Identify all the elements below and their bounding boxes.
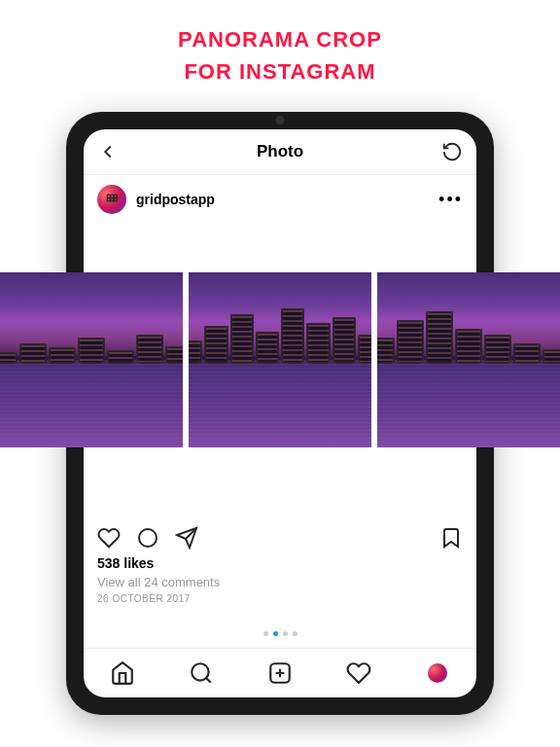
header-title: Photo xyxy=(257,142,303,161)
carousel-dot[interactable] xyxy=(283,631,288,636)
promo-line-2: FOR INSTAGRAM xyxy=(0,55,560,88)
post-actions xyxy=(84,516,476,555)
svg-line-11 xyxy=(206,678,211,683)
refresh-icon[interactable] xyxy=(441,141,463,162)
panorama-slice xyxy=(189,272,371,447)
tablet-camera xyxy=(276,116,285,124)
carousel-dot[interactable] xyxy=(293,631,298,636)
panorama-slice xyxy=(0,272,183,447)
bottom-nav xyxy=(84,648,476,697)
back-icon[interactable] xyxy=(97,141,119,162)
comment-icon[interactable] xyxy=(136,526,159,550)
promo-line-1: PANORAMA CROP xyxy=(0,23,560,55)
app-header: Photo xyxy=(84,129,476,175)
promo-title: PANORAMA CROP FOR INSTAGRAM xyxy=(0,0,560,93)
nav-search-icon[interactable] xyxy=(189,660,214,686)
panorama-slice xyxy=(377,272,560,447)
svg-rect-6 xyxy=(114,198,117,201)
username[interactable]: gridpostapp xyxy=(136,192,429,207)
nav-add-icon[interactable] xyxy=(267,660,293,686)
svg-point-10 xyxy=(192,663,208,680)
svg-rect-4 xyxy=(111,198,114,201)
svg-rect-5 xyxy=(114,195,117,197)
nav-home-icon[interactable] xyxy=(110,660,135,686)
more-options-icon[interactable]: ••• xyxy=(438,190,463,210)
svg-rect-0 xyxy=(107,195,110,197)
nav-app-icon[interactable] xyxy=(425,660,450,686)
svg-rect-1 xyxy=(107,198,110,201)
carousel-dot-active[interactable] xyxy=(273,631,278,636)
carousel-dot[interactable] xyxy=(263,631,268,636)
panorama-overlay xyxy=(0,272,560,447)
bookmark-icon[interactable] xyxy=(439,526,463,550)
nav-activity-icon[interactable] xyxy=(346,660,371,686)
avatar[interactable] xyxy=(97,185,126,214)
post-user-row: gridpostapp ••• xyxy=(84,175,476,224)
svg-rect-3 xyxy=(111,195,114,197)
